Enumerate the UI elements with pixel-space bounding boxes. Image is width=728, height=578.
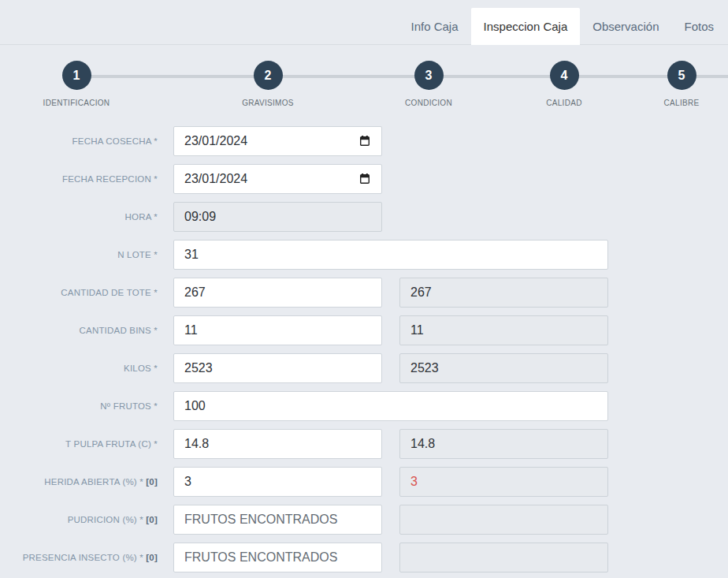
herida-abierta-value[interactable] (184, 475, 371, 489)
field-label: T PULPA FRUTA (C) * (0, 439, 158, 449)
row-t-pulpa-fruta: T PULPA FRUTA (C) * 14.8 (0, 429, 728, 459)
step-label: CALIDAD (501, 99, 627, 107)
kilos-value[interactable] (184, 361, 371, 375)
hora-input (173, 202, 382, 232)
presencia-insecto-mirror (399, 543, 608, 572)
row-n-lote: N LOTE * (0, 240, 728, 270)
step-number-badge[interactable]: 2 (254, 61, 283, 90)
n-frutos-input[interactable] (173, 391, 608, 421)
field-label: Nº FRUTOS * (0, 401, 158, 411)
t-pulpa-fruta-input[interactable] (173, 429, 382, 459)
field-label: CANTIDAD BINS * (0, 326, 158, 335)
step-gravisimos[interactable]: 2 GRAVISIMOS (205, 61, 331, 107)
row-cantidad-tote: CANTIDAD DE TOTE * 267 (0, 278, 728, 308)
kilos-input[interactable] (173, 353, 382, 383)
step-calidad[interactable]: 4 CALIDAD (501, 61, 627, 107)
step-number-badge[interactable]: 3 (414, 61, 444, 90)
row-pudricion: PUDRICION (%) * [0] (0, 505, 728, 535)
zero-count-badge: [0] (146, 515, 158, 524)
pudricion-mirror (399, 505, 608, 535)
step-label: CALIBRE (618, 99, 728, 107)
hora-value (184, 210, 371, 224)
herida-abierta-input[interactable] (173, 467, 382, 497)
row-fecha-cosecha: FECHA COSECHA * (0, 126, 728, 156)
cantidad-bins-input[interactable] (173, 315, 382, 345)
step-number-badge[interactable]: 5 (667, 61, 696, 90)
step-calibre[interactable]: 5 CALIBRE (618, 61, 728, 107)
step-label: CONDICION (366, 99, 492, 107)
field-label: FECHA RECEPCION * (0, 174, 158, 184)
row-fecha-recepcion: FECHA RECEPCION * (0, 164, 728, 194)
field-label: CANTIDAD DE TOTE * (0, 288, 158, 297)
step-condicion[interactable]: 3 CONDICION (366, 61, 492, 107)
field-label: PUDRICION (%) * [0] (0, 515, 158, 524)
tab-observacion[interactable]: Observación (580, 8, 671, 44)
zero-count-badge: [0] (146, 477, 158, 487)
step-label: IDENTIFICACION (13, 99, 139, 107)
step-label: GRAVISIMOS (205, 99, 331, 107)
fecha-cosecha-value[interactable] (184, 134, 352, 148)
pudricion-value[interactable] (184, 513, 371, 527)
row-cantidad-bins: CANTIDAD BINS * 11 (0, 315, 728, 345)
cantidad-tote-mirror: 267 (399, 278, 608, 308)
field-label: N LOTE * (0, 250, 158, 259)
tab-bar: Info Caja Inspeccion Caja Observación Fo… (0, 0, 728, 45)
inspection-form: FECHA COSECHA * FECHA RECEPCION * HORA *… (0, 120, 728, 572)
step-number-badge[interactable]: 1 (62, 61, 91, 90)
t-pulpa-fruta-mirror: 14.8 (399, 429, 608, 459)
herida-abierta-mirror: 3 (399, 467, 608, 497)
fecha-cosecha-input[interactable] (173, 126, 382, 156)
field-label: PRESENCIA INSECTO (%) * [0] (0, 553, 158, 562)
step-identificacion[interactable]: 1 IDENTIFICACION (13, 61, 139, 107)
wizard-stepper: 1 IDENTIFICACION 2 GRAVISIMOS 3 CONDICIO… (0, 45, 728, 120)
row-hora: HORA * (0, 202, 728, 232)
calendar-icon[interactable] (358, 173, 371, 185)
pudricion-input[interactable] (173, 505, 382, 535)
row-presencia-insecto: PRESENCIA INSECTO (%) * [0] (0, 543, 728, 572)
n-lote-value[interactable] (184, 248, 597, 262)
row-kilos: KILOS * 2523 (0, 353, 728, 383)
presencia-insecto-value[interactable] (184, 550, 371, 565)
n-frutos-value[interactable] (184, 399, 597, 413)
t-pulpa-fruta-value[interactable] (184, 437, 371, 451)
field-label: HORA * (0, 212, 158, 222)
presencia-insecto-input[interactable] (173, 543, 382, 572)
field-label: FECHA COSECHA * (0, 136, 158, 146)
tab-info-caja[interactable]: Info Caja (398, 8, 470, 44)
fecha-recepcion-value[interactable] (184, 172, 352, 186)
n-lote-input[interactable] (173, 240, 608, 270)
row-n-frutos: Nº FRUTOS * (0, 391, 728, 421)
kilos-mirror: 2523 (399, 353, 608, 383)
calendar-icon[interactable] (358, 135, 371, 147)
field-label: HERIDA ABIERTA (%) * [0] (0, 477, 158, 487)
field-label: KILOS * (0, 364, 158, 373)
tab-fotos[interactable]: Fotos (671, 8, 726, 44)
cantidad-bins-mirror: 11 (399, 315, 608, 345)
step-number-badge[interactable]: 4 (550, 61, 579, 90)
row-herida-abierta: HERIDA ABIERTA (%) * [0] 3 (0, 467, 728, 497)
cantidad-bins-value[interactable] (184, 323, 371, 337)
cantidad-tote-input[interactable] (173, 278, 382, 308)
tab-inspeccion-caja[interactable]: Inspeccion Caja (471, 8, 581, 44)
zero-count-badge: [0] (146, 553, 158, 562)
fecha-recepcion-input[interactable] (173, 164, 382, 194)
cantidad-tote-value[interactable] (184, 285, 371, 300)
